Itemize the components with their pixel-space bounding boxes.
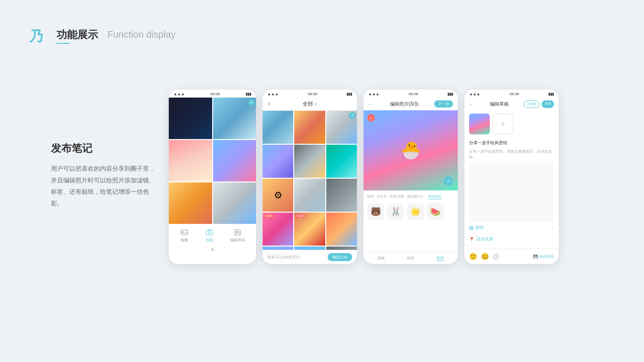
phone4-frame: ▲▲▲ 08:08 ▮▮▮ ← 编辑草稿 分享稿 发布 + 分享一波手绘风壁纸 … — [464, 90, 559, 264]
grid-cell-7: ⚙ — [263, 179, 293, 212]
grid-cell-12 — [326, 213, 357, 246]
thumbnail-1 — [469, 114, 490, 134]
grid-cell-3: ✓ — [326, 111, 357, 144]
battery-icon3: ▮▮▮ — [447, 92, 453, 96]
phone2-photo-grid: ✓ ⚙ NEW NEW — [263, 111, 357, 250]
svg-rect-3 — [206, 230, 213, 235]
tab-camera[interactable]: 拍照 — [205, 229, 214, 243]
tab-album[interactable]: 相册 — [180, 229, 189, 243]
sticker-tab-1[interactable]: 贴纸 — [367, 194, 374, 199]
phone4-status-bar: ▲▲▲ 08:08 ▮▮▮ — [464, 90, 559, 98]
phone4-title-text[interactable]: 分享一波手绘风壁纸 — [464, 137, 559, 149]
phone4-option-location[interactable]: 📍 清凉光溜 › — [464, 234, 559, 245]
phone4-option-wallpaper[interactable]: 🖼 壁纸 › — [464, 222, 559, 234]
phone3-delete-btn[interactable]: × — [367, 114, 375, 122]
check-badge: ✓ — [444, 176, 453, 186]
description-block: 发布笔记 用户可以把喜欢的内容分享到圈子里，并且编辑照片时可以给照片添加滤镜、标… — [51, 141, 159, 210]
phone1-time: 08:08 — [210, 92, 220, 96]
phone3-title: 编辑照片(3/3) — [390, 101, 419, 107]
grid-cell-1 — [263, 111, 293, 144]
phone1-status-bar: ▲▲▲ 08:08 ▮▮▮ — [169, 90, 256, 98]
sticker-overlay: 🐣 — [400, 140, 421, 160]
sticker-4[interactable]: 🍉 — [427, 203, 444, 220]
phone3-main-image: × 🐣 ✓ — [363, 110, 458, 190]
phone4-header: ← 编辑草稿 分享稿 发布 — [464, 98, 559, 111]
footer-icon-group: 🙂 😊 @ — [469, 253, 499, 260]
sticker-row: 🐻 🐰 🌟 🍉 — [367, 203, 454, 220]
thumbnail-add-btn[interactable]: + — [493, 114, 513, 134]
phone3-back-icon[interactable]: ← — [368, 101, 374, 107]
phone4-action-btns: 分享稿 发布 — [523, 100, 554, 108]
title-english: Function display — [107, 29, 176, 41]
phone3-next-btn[interactable]: 下一步 — [434, 100, 453, 107]
photo-cell-3 — [169, 140, 212, 181]
phone1-photo-grid: ✓ — [169, 98, 256, 224]
close-icon[interactable]: × — [211, 247, 214, 253]
signal-icon2: ▲▲▲ — [267, 92, 279, 96]
phone3-time: 08:08 — [409, 92, 418, 96]
photo-cell-4 — [213, 140, 256, 181]
phone3-tab-label[interactable]: 标签 — [407, 255, 414, 261]
sticker-tabs: 贴纸 动分享 星球OK撸 朋友圈打卡~ 情侣贴纸 — [367, 194, 454, 199]
battery-icon4: ▮▮▮ — [548, 92, 554, 96]
wallpaper-icon: 🖼 — [469, 226, 473, 230]
new-badge2: NEW — [296, 214, 305, 218]
phone2-status-bar: ▲▲▲ 08:08 ▮▮▮ — [263, 90, 357, 98]
phone4-publish-btn[interactable]: 发布 — [542, 100, 554, 108]
phone2-confirm-btn[interactable]: 确定(1/9) — [328, 253, 352, 261]
sticker-tab-4[interactable]: 朋友圈打卡~ — [407, 194, 425, 199]
grid-cell-10: NEW — [263, 213, 293, 246]
svg-point-4 — [208, 232, 211, 234]
grid-selected-badge: ✓ — [349, 112, 355, 119]
tab-edit[interactable]: 编辑草稿 — [230, 229, 245, 243]
arrow-icon-1: › — [553, 225, 554, 230]
grid-cell-9 — [326, 179, 357, 212]
sticker-tab-3[interactable]: 星球OK撸 — [389, 194, 404, 199]
phone2-frame: ▲▲▲ 08:08 ▮▮▮ × 全部 ▾ ✓ — [263, 90, 357, 264]
save-draft-btn[interactable]: 💾 保存草稿 — [533, 254, 554, 259]
grid-cell-6 — [326, 145, 357, 178]
option-wallpaper-label: 🖼 壁纸 — [469, 225, 484, 231]
photo-cell-1 — [169, 98, 212, 139]
phone4-share-btn[interactable]: 分享稿 — [523, 100, 540, 108]
phone2-close-icon[interactable]: × — [267, 101, 271, 107]
sticker-1[interactable]: 🐻 — [367, 203, 384, 220]
phone4-title: 编辑草稿 — [490, 101, 509, 107]
grid-cell-14 — [294, 247, 325, 250]
phone4-footer: 🙂 😊 @ 💾 保存草稿 — [464, 248, 559, 264]
smile-icon[interactable]: 🙂 — [469, 253, 477, 260]
phone3-status-bar: ▲▲▲ 08:08 ▮▮▮ — [363, 90, 458, 98]
app-logo-icon: 乃 — [28, 26, 49, 47]
phone3-frame: ▲▲▲ 08:08 ▮▮▮ ← 编辑照片(3/3) 下一步 × 🐣 ✓ 贴纸 动… — [363, 90, 458, 264]
phone2-footer: 最多可以选5张照片~ 确定(1/9) — [263, 250, 357, 264]
at-icon[interactable]: @ — [493, 253, 499, 260]
phone1-tabs: 相册 拍照 编辑草稿 — [172, 229, 253, 243]
phone3-tab-filter[interactable]: 滤镜 — [377, 255, 385, 261]
sticker-2[interactable]: 🐰 — [387, 203, 404, 220]
phone3-bottom-tabs: 滤镜 标签 贴纸 — [363, 252, 458, 264]
page-header: 乃 功能展示 Function display — [28, 26, 176, 47]
sticker-tab-5[interactable]: 情侣贴纸 — [428, 194, 441, 199]
phone2-header: × 全部 ▾ — [263, 98, 357, 111]
save-icon: 💾 — [533, 255, 538, 259]
grid-cell-4 — [263, 145, 293, 178]
grid-cell-11: NEW — [294, 213, 325, 246]
phone3-tab-sticker[interactable]: 贴纸 — [437, 255, 444, 261]
phone4-back-icon[interactable]: ← — [469, 101, 475, 107]
photo-cell-2: ✓ — [213, 98, 256, 139]
phone4-time: 08:08 — [510, 92, 519, 96]
phone1-bottom-bar: 相册 拍照 编辑草稿 × — [169, 224, 256, 260]
grid-cell-13 — [263, 247, 293, 250]
sticker-tab-2[interactable]: 动分享 — [377, 194, 387, 199]
sticker-3[interactable]: 🌟 — [407, 203, 424, 220]
title-underline — [57, 43, 70, 44]
emoji-icon[interactable]: 😊 — [481, 253, 489, 260]
photo-cell-6 — [213, 182, 256, 224]
grid-cell-8 — [294, 179, 325, 212]
grid-cell-5 — [294, 145, 325, 178]
arrow-icon-2: › — [553, 237, 554, 242]
grid-cell-2 — [294, 111, 325, 144]
phone4-sub-text[interactable]: 分享一波手绘风壁纸，拿图点赞请留言。自然党勿扰... — [464, 149, 559, 163]
title-block: 功能展示 Function display — [57, 29, 176, 44]
phone3-header: ← 编辑照片(3/3) 下一步 — [363, 98, 458, 110]
